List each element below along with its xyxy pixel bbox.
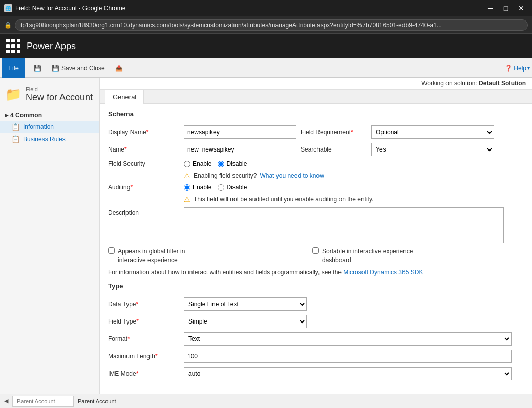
bottom-parent-account-label: Parent Account xyxy=(78,398,116,404)
auditing-warning: ⚠ This field will not be audited until y… xyxy=(108,195,524,203)
field-security-warning: ⚠ Enabling field security? What you need… xyxy=(108,171,524,180)
save-close-button[interactable]: 💾 Save and Close xyxy=(47,62,110,74)
bottom-cancel-label: ◀ xyxy=(4,398,8,404)
sidebar-item-business-rules[interactable]: 📋 Business Rules xyxy=(0,133,99,145)
save-icon[interactable]: 💾 xyxy=(29,62,46,74)
field-type-label: Field Type* xyxy=(108,318,180,325)
field-requirement-label: Field Requirement* xyxy=(301,128,367,136)
save-close-icon: 💾 xyxy=(52,65,59,72)
field-requirement-select[interactable]: Optional Business Recommended Business R… xyxy=(371,125,494,139)
field-type-row: Field Type* Simple Calculated Rollup xyxy=(108,315,524,328)
format-select[interactable]: Text Email URL Phone xyxy=(184,332,512,346)
schema-section-title: Schema xyxy=(108,110,524,120)
title-bar: 🌐 Field: New for Account - Google Chrome… xyxy=(0,0,532,16)
searchable-select[interactable]: Yes No xyxy=(371,143,494,156)
field-security-enable-radio[interactable] xyxy=(184,161,190,167)
tab-bar: General xyxy=(100,90,532,104)
publish-icon: 📤 xyxy=(115,65,123,72)
ssl-lock-icon: 🔒 xyxy=(4,22,12,29)
auditing-disable-radio[interactable] xyxy=(218,184,224,191)
auditing-enable-radio[interactable] xyxy=(184,184,190,191)
breadcrumb: Field xyxy=(26,86,93,92)
searchable-label: Searchable xyxy=(301,146,367,153)
auditing-row: Auditing* Enable Disable xyxy=(108,184,524,191)
maximize-button[interactable]: □ xyxy=(499,3,513,14)
sidebar-item-information[interactable]: 📋 Information xyxy=(0,121,99,133)
help-chevron-icon: ▾ xyxy=(527,65,530,71)
minimize-button[interactable]: ─ xyxy=(484,3,497,14)
browser-icon: 🌐 xyxy=(4,4,12,12)
auditing-disable-label[interactable]: Disable xyxy=(218,184,247,191)
field-security-disable-radio[interactable] xyxy=(218,161,224,167)
sortable-label: Sortable in interactive experience dashb… xyxy=(322,247,414,265)
sortable-col: Sortable in interactive experience dashb… xyxy=(312,247,414,265)
help-icon: ❓ xyxy=(505,65,513,72)
waffle-menu-icon[interactable] xyxy=(6,39,20,53)
name-row: Name* Searchable Yes No xyxy=(108,143,524,156)
sidebar: 📁 Field New for Account ▸ 4 Common 📋 Inf… xyxy=(0,78,100,408)
name-label: Name* xyxy=(108,146,180,153)
auditing-label: Auditing* xyxy=(108,184,180,191)
ime-mode-label: IME Mode* xyxy=(108,370,180,377)
sdk-row: For information about how to interact wi… xyxy=(108,269,524,276)
global-filter-checkbox[interactable] xyxy=(108,247,115,254)
data-type-select[interactable]: Single Line of Text Multiple Lines of Te… xyxy=(184,297,307,311)
format-row: Format* Text Email URL Phone xyxy=(108,332,524,346)
window-title: Field: New for Account - Google Chrome xyxy=(15,5,125,12)
help-button[interactable]: ❓ Help ▾ xyxy=(505,65,530,72)
rules-icon: 📋 xyxy=(11,135,20,143)
global-filter-label: Appears in global filter in interactive … xyxy=(118,247,210,265)
solution-name: Default Solution xyxy=(479,80,526,87)
field-security-enable-label[interactable]: Enable xyxy=(184,160,211,167)
save-disk-icon: 💾 xyxy=(34,65,41,72)
auditing-radio-group: Enable Disable xyxy=(184,184,247,191)
address-bar: 🔒 tp1sg908nonphxplain18930org1.crm10.dyn… xyxy=(0,16,532,34)
solution-info: Working on solution: Default Solution xyxy=(421,80,526,87)
bottom-bar: ◀ Parent Account xyxy=(0,394,532,408)
display-name-input[interactable] xyxy=(184,125,296,139)
app-title: Power Apps xyxy=(27,41,76,52)
field-security-row: Field Security Enable Disable xyxy=(108,160,524,167)
sortable-checkbox[interactable] xyxy=(312,247,319,254)
window-controls: ─ □ ✕ xyxy=(484,3,528,14)
type-section: Type Data Type* Single Line of Text Mult… xyxy=(108,282,524,380)
field-security-label: Field Security xyxy=(108,160,180,167)
field-type-select[interactable]: Simple Calculated Rollup xyxy=(184,315,307,328)
info-icon: 📋 xyxy=(11,123,20,131)
auditing-enable-label[interactable]: Enable xyxy=(184,184,211,191)
main-layout: 📁 Field New for Account ▸ 4 Common 📋 Inf… xyxy=(0,78,532,408)
max-length-row: Maximum Length* xyxy=(108,350,524,363)
type-section-title: Type xyxy=(108,282,524,292)
close-button[interactable]: ✕ xyxy=(515,3,528,14)
description-row: Description xyxy=(108,207,524,243)
content-area: Working on solution: Default Solution Ge… xyxy=(100,78,532,408)
ime-mode-select[interactable]: auto active inactive disabled xyxy=(184,367,512,380)
toolbar: File 💾 💾 Save and Close 📤 ❓ Help ▾ xyxy=(0,58,532,78)
tab-general[interactable]: General xyxy=(105,90,144,104)
display-name-label: Display Name* xyxy=(108,128,180,136)
ime-mode-row: IME Mode* auto active inactive disabled xyxy=(108,367,524,380)
sdk-link[interactable]: Microsoft Dynamics 365 SDK xyxy=(343,269,423,276)
file-button[interactable]: File xyxy=(2,58,25,78)
format-label: Format* xyxy=(108,335,180,342)
url-bar[interactable]: tp1sg908nonphxplain18930org1.crm10.dynam… xyxy=(15,19,528,31)
sidebar-section-common: ▸ 4 Common xyxy=(0,110,99,121)
data-type-row: Data Type* Single Line of Text Multiple … xyxy=(108,297,524,311)
triangle-icon: ▸ xyxy=(5,112,8,119)
description-label: Description xyxy=(108,207,180,217)
max-length-input[interactable] xyxy=(184,350,512,363)
field-security-radio-group: Enable Disable xyxy=(184,160,247,167)
max-length-label: Maximum Length* xyxy=(108,353,180,360)
display-name-row: Display Name* Field Requirement* Optiona… xyxy=(108,125,524,139)
description-textarea[interactable] xyxy=(184,207,504,243)
what-you-need-to-know-link[interactable]: What you need to know xyxy=(260,172,324,179)
publish-button[interactable]: 📤 xyxy=(111,62,127,74)
top-nav-bar: Power Apps xyxy=(0,34,532,58)
audit-warning-icon: ⚠ xyxy=(184,195,190,203)
name-input[interactable] xyxy=(184,143,296,156)
checkbox-section: Appears in global filter in interactive … xyxy=(108,247,524,265)
bottom-field-1[interactable] xyxy=(12,396,74,407)
field-security-disable-label[interactable]: Disable xyxy=(218,160,247,167)
folder-icon: 📁 xyxy=(5,87,22,102)
global-filter-col: Appears in global filter in interactive … xyxy=(108,247,210,265)
